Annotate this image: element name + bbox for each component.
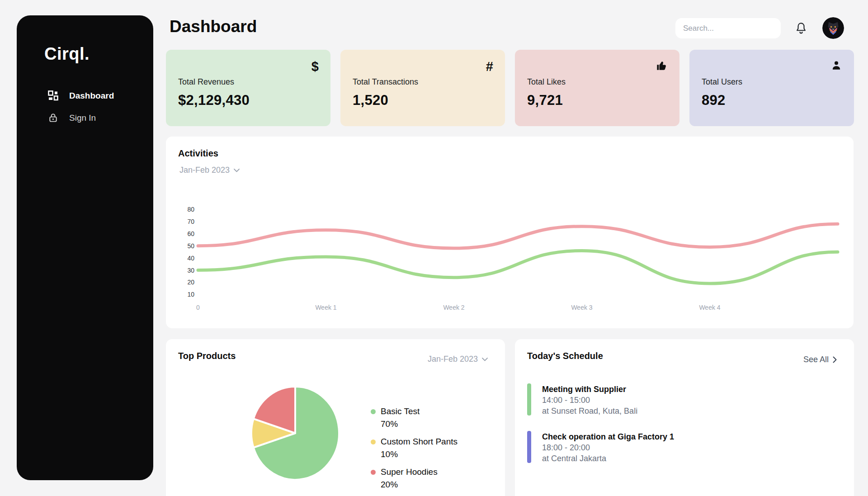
legend-item: Custom Short Pants 10% <box>371 435 458 461</box>
svg-text:80: 80 <box>187 206 194 213</box>
schedule-item-title: Meeting with Supplier <box>542 383 637 395</box>
sidebar-menu: Dashboard Sign In <box>17 85 153 129</box>
see-all-label: See All <box>803 355 829 364</box>
period-label: Jan-Feb 2023 <box>428 354 478 364</box>
svg-text:30: 30 <box>187 267 194 274</box>
schedule-title: Today's Schedule <box>527 351 603 361</box>
schedule-item-location: at Sunset Road, Kuta, Bali <box>542 406 637 416</box>
legend-item: Super Hoodies 20% <box>371 466 458 491</box>
period-label: Jan-Feb 2023 <box>179 165 230 175</box>
svg-text:0: 0 <box>196 304 200 311</box>
legend-percent: 20% <box>381 478 458 491</box>
pie-legend: Basic Test 70% Custom Short Pants 10% Su… <box>371 405 458 496</box>
hash-icon: # <box>480 60 493 73</box>
schedule-item-time: 14:00 - 15:00 <box>542 395 637 406</box>
svg-text:Week 4: Week 4 <box>699 304 720 311</box>
top-products-title: Top Products <box>178 351 236 361</box>
top-products-pie-chart <box>247 384 343 482</box>
stat-value: $2,129,430 <box>178 92 250 109</box>
stat-label: Total Likes <box>527 77 566 87</box>
legend-percent: 10% <box>381 448 458 461</box>
stat-card-total-users: Total Users 892 <box>689 50 854 126</box>
schedule-color-bar <box>527 383 531 416</box>
page-title: Dashboard <box>170 17 257 36</box>
legend-percent: 70% <box>381 418 458 430</box>
activities-card: Activities Jan-Feb 2023 8070605040302010… <box>166 137 854 328</box>
bell-button[interactable] <box>794 21 808 35</box>
schedule-item[interactable]: Meeting with Supplier 14:00 - 15:00 at S… <box>527 383 637 416</box>
legend-label: Super Hoodies <box>381 466 438 478</box>
see-all-link[interactable]: See All <box>803 355 837 364</box>
legend-label: Basic Test <box>381 405 420 418</box>
avatar[interactable] <box>822 17 844 39</box>
legend-label: Custom Short Pants <box>381 435 458 448</box>
activities-line-chart: 80706050403020100Week 1Week 2Week 3Week … <box>178 199 841 321</box>
stat-value: 1,520 <box>353 92 388 109</box>
stat-card-total-transactions: # Total Transactions 1,520 <box>340 50 505 126</box>
schedule-item-location: at Central Jakarta <box>542 453 674 464</box>
stat-value: 9,721 <box>527 92 563 109</box>
schedule-color-bar <box>527 431 531 463</box>
wolf-logo-icon <box>822 17 844 39</box>
chevron-right-icon <box>833 356 837 363</box>
stat-value: 892 <box>702 92 726 109</box>
legend-dot <box>371 409 376 414</box>
svg-text:Week 1: Week 1 <box>315 304 336 311</box>
legend-item: Basic Test 70% <box>371 405 458 430</box>
svg-text:70: 70 <box>187 218 194 225</box>
stat-card-total-revenues: $ Total Revenues $2,129,430 <box>166 50 330 126</box>
sidebar-item-label: Dashboard <box>69 91 114 101</box>
activities-period-dropdown[interactable]: Jan-Feb 2023 <box>179 165 240 175</box>
sidebar-item-label: Sign In <box>69 113 96 123</box>
top-products-period-dropdown[interactable]: Jan-Feb 2023 <box>428 354 488 364</box>
sidebar: Cirql. Dashboard Sign In <box>17 15 153 480</box>
stat-label: Total Users <box>702 77 742 87</box>
top-products-card: Top Products Jan-Feb 2023 Basic Test 70%… <box>166 339 505 496</box>
search-box <box>675 18 781 38</box>
grid-icon <box>48 90 58 101</box>
legend-dot <box>371 439 376 444</box>
sidebar-item-dashboard[interactable]: Dashboard <box>17 85 153 107</box>
schedule-item[interactable]: Check operation at Giga Factory 1 18:00 … <box>527 431 674 464</box>
chevron-down-icon <box>482 358 488 361</box>
legend-dot <box>371 470 376 475</box>
user-icon <box>829 60 842 73</box>
schedule-card: Today's Schedule See All Meeting with Su… <box>515 339 854 496</box>
activities-title: Activities <box>178 148 218 159</box>
chevron-down-icon <box>234 169 240 172</box>
schedule-item-title: Check operation at Giga Factory 1 <box>542 431 674 442</box>
svg-text:50: 50 <box>187 242 194 250</box>
stat-label: Total Transactions <box>353 77 418 87</box>
svg-text:60: 60 <box>187 230 194 237</box>
stat-label: Total Revenues <box>178 77 234 87</box>
thumbs-up-icon <box>654 60 668 73</box>
stat-card-total-likes: Total Likes 9,721 <box>515 50 679 126</box>
lock-icon <box>48 113 58 123</box>
svg-text:Week 3: Week 3 <box>571 304 592 311</box>
app-logo: Cirql. <box>44 44 153 64</box>
search-input[interactable] <box>683 24 783 33</box>
bell-icon <box>794 21 808 35</box>
svg-text:10: 10 <box>187 291 194 298</box>
svg-text:20: 20 <box>187 279 194 286</box>
dollar-icon: $ <box>305 60 319 73</box>
svg-text:Week 2: Week 2 <box>443 304 464 311</box>
svg-text:40: 40 <box>187 255 194 262</box>
sidebar-item-signin[interactable]: Sign In <box>17 107 153 129</box>
schedule-item-time: 18:00 - 20:00 <box>542 442 674 453</box>
